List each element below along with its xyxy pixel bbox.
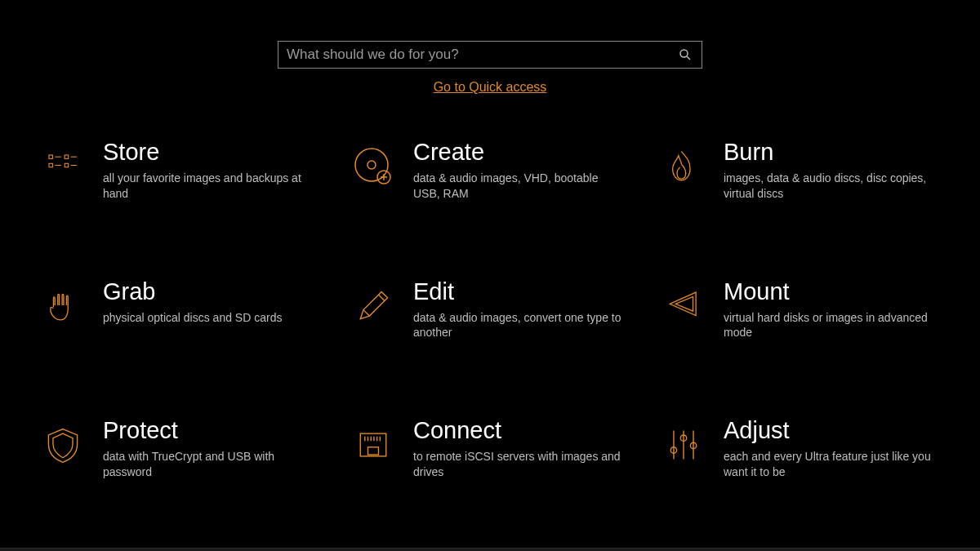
- tile-title: Create: [413, 140, 629, 166]
- svg-rect-2: [49, 155, 52, 158]
- adjust-icon: [662, 423, 706, 467]
- tile-text: Burn images, data & audio discs, disc co…: [724, 140, 939, 202]
- svg-rect-4: [65, 155, 68, 158]
- main-window: Go to Quick access Store all your favori…: [0, 0, 980, 551]
- search-icon[interactable]: [677, 47, 693, 63]
- tile-text: Connect to remote iSCSI servers with ima…: [413, 418, 629, 480]
- tile-title: Connect: [413, 418, 629, 444]
- tile-desc: data with TrueCrypt and USB with passwor…: [103, 449, 315, 480]
- tile-text: Mount virtual hard disks or images in ad…: [724, 279, 939, 341]
- tile-protect[interactable]: Protect data with TrueCrypt and USB with…: [41, 418, 318, 480]
- create-icon: [351, 144, 395, 189]
- tile-text: Grab physical optical discs and SD cards: [103, 279, 318, 326]
- search-box[interactable]: [278, 41, 702, 69]
- tile-desc: each and every Ultra feature just like y…: [724, 449, 936, 480]
- mount-icon: [662, 284, 706, 328]
- svg-rect-6: [49, 163, 52, 167]
- tile-desc: data & audio images, convert one type to…: [413, 310, 626, 341]
- tile-text: Create data & audio images, VHD, bootabl…: [413, 140, 629, 202]
- svg-line-15: [378, 295, 384, 300]
- tile-text: Protect data with TrueCrypt and USB with…: [103, 418, 318, 480]
- quick-access-link[interactable]: Go to Quick access: [434, 80, 547, 95]
- store-icon: [41, 144, 85, 189]
- tile-store[interactable]: Store all your favorite images and backu…: [41, 140, 318, 202]
- tile-grid: Store all your favorite images and backu…: [33, 140, 947, 480]
- tile-text: Store all your favorite images and backu…: [103, 140, 318, 202]
- svg-rect-24: [368, 447, 379, 455]
- status-bar: [0, 548, 980, 551]
- svg-line-16: [363, 309, 369, 315]
- tile-title: Burn: [724, 140, 939, 166]
- protect-icon: [41, 423, 85, 467]
- tile-desc: all your favorite images and backups at …: [103, 171, 315, 202]
- tile-title: Mount: [724, 279, 939, 305]
- edit-icon: [351, 284, 395, 328]
- grab-icon: [41, 284, 85, 328]
- tile-desc: to remote iSCSI servers with images and …: [413, 449, 626, 480]
- tile-title: Adjust: [724, 418, 939, 444]
- tile-desc: images, data & audio discs, disc copies,…: [724, 171, 936, 202]
- tile-text: Edit data & audio images, convert one ty…: [413, 279, 629, 341]
- tile-connect[interactable]: Connect to remote iSCSI servers with ima…: [351, 418, 629, 480]
- tile-grab[interactable]: Grab physical optical discs and SD cards: [41, 279, 318, 341]
- svg-point-0: [680, 50, 688, 57]
- connect-icon: [351, 423, 395, 467]
- svg-rect-17: [360, 433, 385, 456]
- tile-desc: physical optical discs and SD cards: [103, 310, 315, 326]
- svg-rect-8: [65, 163, 68, 167]
- tile-title: Store: [103, 140, 318, 166]
- tile-burn[interactable]: Burn images, data & audio discs, disc co…: [662, 140, 939, 202]
- tile-adjust[interactable]: Adjust each and every Ultra feature just…: [662, 418, 939, 480]
- tile-create[interactable]: Create data & audio images, VHD, bootabl…: [351, 140, 629, 202]
- search-input[interactable]: [287, 47, 677, 63]
- tile-mount[interactable]: Mount virtual hard disks or images in ad…: [662, 279, 939, 341]
- tile-desc: virtual hard disks or images in advanced…: [724, 310, 936, 341]
- svg-point-10: [355, 149, 388, 181]
- burn-icon: [662, 144, 706, 189]
- tile-desc: data & audio images, VHD, bootable USB, …: [413, 171, 626, 202]
- svg-point-11: [368, 161, 376, 169]
- tile-edit[interactable]: Edit data & audio images, convert one ty…: [351, 279, 629, 341]
- tile-text: Adjust each and every Ultra feature just…: [724, 418, 939, 480]
- tile-title: Edit: [413, 279, 629, 305]
- tile-title: Grab: [103, 279, 318, 305]
- svg-line-1: [687, 56, 690, 60]
- tile-title: Protect: [103, 418, 318, 444]
